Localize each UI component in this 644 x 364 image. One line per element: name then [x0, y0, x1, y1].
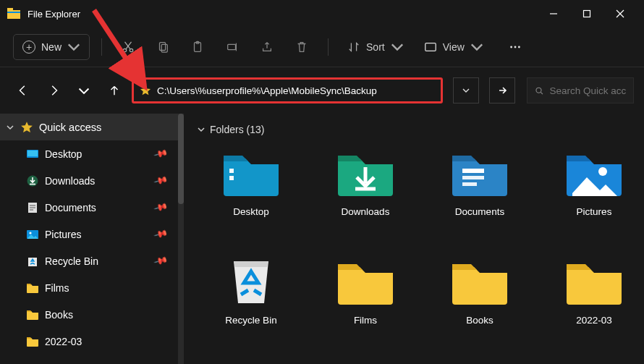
app-icon: [7, 8, 20, 20]
svg-point-8: [130, 48, 132, 51]
sidebar-item-label: Desktop: [45, 148, 82, 160]
pictures-big-icon: [564, 147, 624, 199]
svg-rect-35: [229, 176, 234, 180]
svg-point-7: [123, 48, 126, 51]
folder-big-icon: [449, 255, 510, 308]
go-button[interactable]: [489, 77, 515, 103]
sort-icon: [347, 41, 360, 54]
back-button[interactable]: [10, 77, 36, 103]
folder-pictures[interactable]: Pictures: [540, 147, 644, 255]
sidebar-item-recycle-bin[interactable]: Recycle Bin📌: [0, 247, 184, 274]
svg-rect-24: [27, 151, 38, 156]
pin-icon: 📌: [153, 227, 168, 242]
sidebar-item-label: Books: [45, 309, 73, 321]
svg-rect-39: [462, 182, 477, 186]
close-button[interactable]: [603, 2, 637, 25]
sidebar-item-pictures[interactable]: Pictures📌: [0, 221, 184, 247]
new-label: New: [41, 41, 62, 53]
recycle-big-icon: [221, 255, 281, 308]
downloads-big-icon: [335, 147, 396, 199]
svg-point-19: [514, 46, 516, 48]
folder-icon: [26, 362, 39, 365]
sidebar-item-label: Pictures: [45, 229, 82, 240]
sidebar-item-label: Downloads: [45, 175, 95, 187]
up-button[interactable]: [101, 77, 127, 103]
sidebar-scrollbar[interactable]: [178, 114, 184, 364]
sidebar-item-2022-03[interactable]: 2022-03: [0, 328, 184, 355]
sidebar-item-label: Documents: [45, 202, 96, 213]
svg-rect-2: [7, 12, 20, 13]
share-button[interactable]: [253, 34, 281, 60]
new-button[interactable]: + New: [13, 34, 90, 60]
sidebar-quick-access[interactable]: Quick access: [0, 114, 184, 140]
svg-rect-38: [462, 176, 484, 179]
folder-icon: [26, 282, 39, 295]
folder-recycle-bin[interactable]: Recycle Bin: [197, 255, 305, 364]
view-icon: [424, 41, 437, 54]
folder-icon: [26, 308, 39, 321]
svg-rect-37: [462, 169, 484, 173]
folder-documents[interactable]: Documents: [425, 147, 534, 255]
pin-icon: 📌: [153, 253, 168, 268]
folder-films[interactable]: Films: [311, 255, 420, 364]
search-input[interactable]: [550, 85, 626, 96]
nav-row: C:\Users\%userprofile%\Apple\MobileSync\…: [0, 67, 644, 114]
svg-line-9: [126, 42, 131, 49]
delete-button[interactable]: [287, 34, 316, 60]
documents-big-icon: [449, 147, 510, 199]
folder-label: 2022-03: [576, 315, 612, 326]
content-area: Folders (13) DesktopDownloadsDocumentsPi…: [184, 114, 644, 364]
folder-downloads[interactable]: Downloads: [311, 147, 420, 255]
sidebar-item-films[interactable]: Films: [0, 274, 184, 301]
pin-icon: 📌: [153, 200, 168, 215]
search-box[interactable]: [527, 77, 634, 103]
sidebar-item-kino[interactable]: Kino: [0, 355, 184, 364]
address-path: C:\Users\%userprofile%\Apple\MobileSync\…: [157, 85, 377, 96]
address-bar[interactable]: C:\Users\%userprofile%\Apple\MobileSync\…: [132, 77, 443, 103]
star-icon: [140, 85, 151, 96]
sidebar-item-books[interactable]: Books: [0, 301, 184, 328]
folder-icon: [26, 335, 39, 348]
chevron-down-icon: [6, 123, 14, 132]
folder-desktop[interactable]: Desktop: [197, 147, 305, 255]
toolbar: + New Sort View: [0, 27, 644, 67]
folder-label: Desktop: [233, 206, 269, 217]
cut-button[interactable]: [114, 34, 143, 60]
folders-section-header[interactable]: Folders (13): [197, 124, 637, 135]
sort-label: Sort: [366, 41, 385, 53]
sidebar-item-documents[interactable]: Documents📌: [0, 194, 184, 221]
folder-2022-03[interactable]: 2022-03: [540, 255, 644, 364]
svg-rect-1: [7, 8, 13, 12]
sort-button[interactable]: Sort: [340, 34, 411, 60]
forward-button[interactable]: [41, 77, 67, 103]
sidebar-item-label: Recycle Bin: [45, 255, 98, 267]
svg-rect-12: [161, 44, 167, 52]
sidebar-item-downloads[interactable]: Downloads📌: [0, 167, 184, 194]
folder-label: Downloads: [342, 206, 390, 217]
recent-dropdown[interactable]: [71, 77, 97, 103]
plus-icon: +: [22, 41, 35, 54]
copy-button[interactable]: [148, 34, 177, 60]
address-history-button[interactable]: [453, 77, 479, 103]
paste-button[interactable]: [183, 34, 212, 60]
svg-rect-15: [228, 44, 236, 49]
more-button[interactable]: [501, 34, 530, 60]
folder-label: Books: [466, 315, 493, 326]
svg-point-32: [29, 232, 31, 234]
sidebar-item-desktop[interactable]: Desktop📌: [0, 140, 184, 167]
chevron-down-icon: [67, 41, 80, 54]
separator: [328, 38, 329, 56]
minimize-button[interactable]: [537, 2, 570, 25]
star-icon: [20, 121, 33, 134]
chevron-down-icon: [197, 125, 206, 134]
svg-point-40: [598, 167, 607, 176]
svg-rect-4: [584, 11, 590, 17]
maximize-button[interactable]: [570, 2, 603, 25]
rename-button[interactable]: [218, 34, 247, 60]
folder-books[interactable]: Books: [425, 255, 534, 364]
sidebar: Quick access Desktop📌Downloads📌Documents…: [0, 114, 184, 364]
pin-icon: 📌: [153, 173, 168, 188]
folder-label: Films: [354, 315, 377, 326]
view-button[interactable]: View: [417, 34, 491, 60]
sidebar-item-label: Films: [45, 282, 69, 294]
